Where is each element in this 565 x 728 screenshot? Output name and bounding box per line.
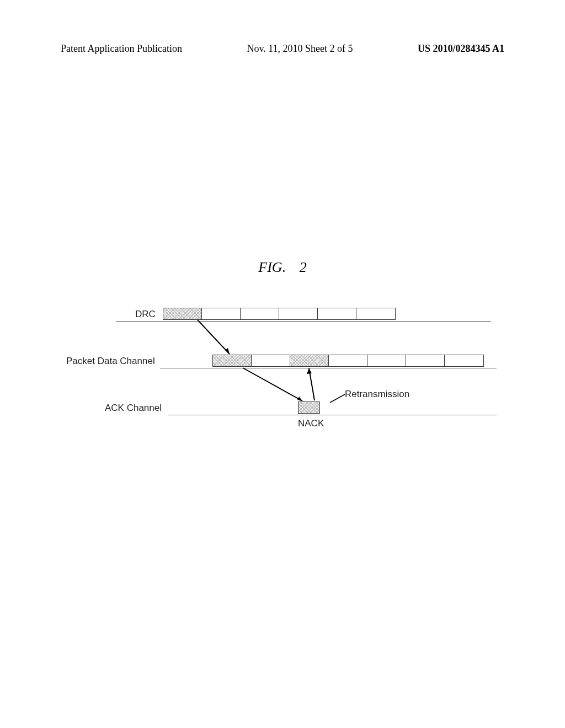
header-publication: Patent Application Publication xyxy=(61,43,182,55)
diagram-arrows xyxy=(66,309,497,452)
arrow-ack-to-retrans-head xyxy=(307,368,312,374)
pdc-slot-4 xyxy=(367,355,406,366)
pdc-slot-3 xyxy=(329,355,367,366)
arrow-drc-to-pdc xyxy=(198,320,230,354)
nack-label: NACK xyxy=(298,418,324,429)
drc-slot-2 xyxy=(241,308,279,319)
header-sheet: Nov. 11, 2010 Sheet 2 of 5 xyxy=(247,43,353,55)
drc-slot-3 xyxy=(279,308,318,319)
arrow-pdc-to-ack xyxy=(243,368,302,401)
ack-nack-slot xyxy=(298,402,320,414)
drc-baseline xyxy=(116,321,491,322)
drc-slot-1 xyxy=(202,308,241,319)
timing-diagram: DRC Packet Data Channel xyxy=(66,309,497,452)
arrow-ack-to-retrans xyxy=(309,368,315,400)
pdc-baseline xyxy=(160,368,497,368)
pdc-slots xyxy=(212,355,484,367)
drc-slot-4 xyxy=(318,308,356,319)
pdc-label: Packet Data Channel xyxy=(66,356,155,367)
pdc-slot-retrans xyxy=(290,355,329,366)
figure-title: FIG. 2 xyxy=(0,259,565,276)
page: Patent Application Publication Nov. 11, … xyxy=(0,0,565,728)
drc-slot-5 xyxy=(356,308,395,319)
pdc-slot-5 xyxy=(406,355,445,366)
arrow-drc-to-pdc-head xyxy=(225,348,230,354)
header: Patent Application Publication Nov. 11, … xyxy=(61,43,504,55)
pdc-slot-6 xyxy=(445,355,483,366)
figure-title-number: 2 xyxy=(300,259,307,275)
drc-label: DRC xyxy=(135,309,156,320)
leader-retrans xyxy=(330,394,345,403)
arrow-pdc-to-ack-head xyxy=(297,397,302,401)
pdc-slot-0 xyxy=(213,355,252,366)
ack-label: ACK Channel xyxy=(105,403,162,414)
figure-title-prefix: FIG. xyxy=(258,259,286,275)
retransmission-label: Retransmission xyxy=(345,389,409,400)
header-docnum: US 2010/0284345 A1 xyxy=(418,43,504,55)
pdc-slot-1 xyxy=(252,355,290,366)
drc-slots xyxy=(163,308,396,320)
ack-baseline xyxy=(168,415,497,415)
drc-slot-0 xyxy=(163,308,202,319)
